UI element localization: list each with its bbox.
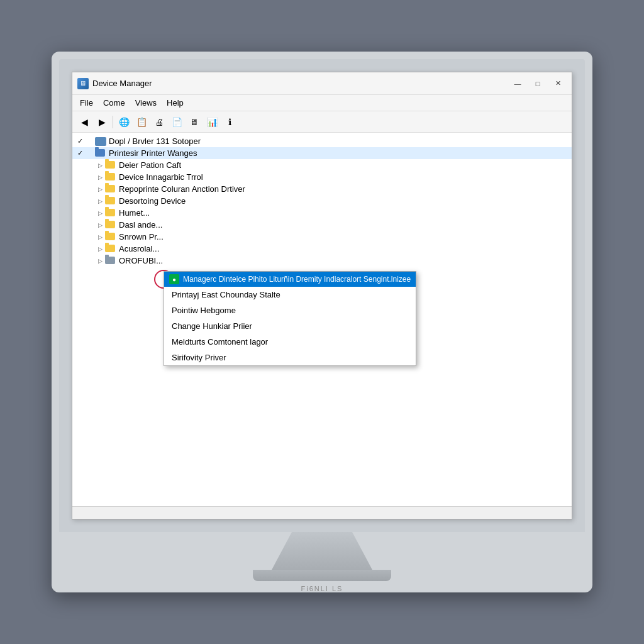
window-title: Device Manager <box>92 79 509 88</box>
menu-file[interactable]: File <box>75 97 98 109</box>
tree-item-printers[interactable]: ✓ Printesir Printer Wanges <box>72 147 572 159</box>
device-manager-window: 🖥 Device Manager — □ ✕ File Come Views H… <box>72 72 572 519</box>
computer-button[interactable]: 🖥 <box>186 114 203 130</box>
tree-item-4[interactable]: ▷ Desortoing Device <box>72 195 572 207</box>
print-button[interactable]: 🖨 <box>151 114 167 130</box>
window-icon: 🖥 <box>77 78 89 89</box>
context-menu-item-1[interactable]: Pointiw Hebgome <box>164 303 416 318</box>
context-menu-item-4[interactable]: Sirifovity Priver <box>164 350 416 365</box>
minimize-button[interactable]: — <box>509 77 526 91</box>
tree-label-5: Humet... <box>119 208 150 218</box>
tree-label-2: Device Innagarbic Trrol <box>119 172 203 182</box>
tree-label-root: Dopl / Brvler 131 Sotoper <box>109 136 201 146</box>
tree-label-8: Acusrolal... <box>119 244 159 253</box>
tree-label-printers: Printesir Printer Wanges <box>109 148 197 158</box>
tree-item-9[interactable]: ▷ OROFUBI... <box>72 255 572 267</box>
menu-come[interactable]: Come <box>98 97 130 109</box>
folder-yellow-icon-1 <box>105 161 116 170</box>
check-printers: ✓ <box>75 149 85 157</box>
maximize-button[interactable]: □ <box>529 77 547 91</box>
monitor: 🖥 Device Manager — □ ✕ File Come Views H… <box>52 52 592 592</box>
tree-item-7[interactable]: ▷ Snrown Pr... <box>72 231 572 243</box>
tree-label-9: OROFUBI... <box>119 256 163 265</box>
monitor-label: Fi6NLI LS <box>301 585 343 592</box>
folder-yellow-icon-5 <box>105 209 116 218</box>
monitor-stand <box>272 532 372 570</box>
folder-yellow-icon-3 <box>105 185 116 194</box>
title-bar: 🖥 Device Manager — □ ✕ <box>72 72 572 95</box>
properties-button[interactable]: 📋 <box>133 114 150 130</box>
status-bar <box>72 506 572 519</box>
monitor-screen: 🖥 Device Manager — □ ✕ File Come Views H… <box>59 59 585 532</box>
menu-views[interactable]: Views <box>130 97 162 109</box>
tree-item-6[interactable]: ▷ Dasl ande... <box>72 219 572 231</box>
tree-label-4: Desortoing Device <box>119 196 186 206</box>
tree-label-6: Dasl ande... <box>119 220 162 230</box>
tree-item-5[interactable]: ▷ Humet... <box>72 207 572 219</box>
forward-button[interactable]: ▶ <box>94 114 110 130</box>
context-menu-header-text: Managerc Dinteice Pihito Liturñin Dremit… <box>183 275 411 284</box>
folder-gray-icon <box>105 257 116 265</box>
close-button[interactable]: ✕ <box>549 77 567 91</box>
folder-blue-icon <box>95 149 106 158</box>
content-area[interactable]: ✓ Dopl / Brvler 131 Sotoper ✓ <box>72 133 572 506</box>
menu-bar: File Come Views Help <box>72 95 572 111</box>
expand-printers <box>85 150 95 157</box>
expand-root <box>85 138 95 145</box>
folder-yellow-icon-8 <box>105 245 116 253</box>
tree-label-1: Deier Pation Caft <box>119 160 181 170</box>
tree-item-8[interactable]: ▷ Acusrolal... <box>72 243 572 255</box>
window-controls: — □ ✕ <box>509 77 567 91</box>
toolbar: ◀ ▶ 🌐 📋 🖨 📄 🖥 📊 ℹ <box>72 111 572 133</box>
tree-item-1[interactable]: ▷ Deier Pation Caft <box>72 159 572 171</box>
folder-yellow-icon-6 <box>105 221 116 230</box>
doc-button[interactable]: 📄 <box>169 114 185 130</box>
tree-item-2[interactable]: ▷ Device Innagarbic Trrol <box>72 171 572 183</box>
tree-label-3: Repoprinte Coluran Anction Drtiver <box>119 184 245 194</box>
info-button[interactable]: ℹ <box>221 114 238 130</box>
context-menu-item-2[interactable]: Change Hunkiar Priier <box>164 318 416 334</box>
tree-label-7: Snrown Pr... <box>119 232 164 242</box>
toolbar-separator-1 <box>113 116 113 128</box>
context-menu-item-0[interactable]: Printayj East Chounday Stalte <box>164 287 416 303</box>
folder-yellow-icon-2 <box>105 173 116 182</box>
menu-help[interactable]: Help <box>162 97 189 109</box>
back-button[interactable]: ◀ <box>76 114 92 130</box>
chart-button[interactable]: 📊 <box>204 114 220 130</box>
context-menu-header: ● Managerc Dinteice Pihito Liturñin Drem… <box>164 272 416 287</box>
tree-item-root[interactable]: ✓ Dopl / Brvler 131 Sotoper <box>72 135 572 147</box>
refresh-button[interactable]: 🌐 <box>116 114 132 130</box>
monitor-base <box>253 570 391 581</box>
context-menu-header-icon: ● <box>169 274 179 284</box>
context-menu: ● Managerc Dinteice Pihito Liturñin Drem… <box>164 271 416 366</box>
monitor-bottom: Fi6NLI LS <box>253 532 391 592</box>
tree-item-3[interactable]: ▷ Repoprinte Coluran Anction Drtiver <box>72 183 572 195</box>
folder-yellow-icon-7 <box>105 233 116 242</box>
check-root: ✓ <box>75 137 85 145</box>
computer-icon <box>95 137 106 146</box>
context-menu-item-3[interactable]: Meldturts Comtonent lagor <box>164 334 416 350</box>
folder-yellow-icon-4 <box>105 197 116 206</box>
